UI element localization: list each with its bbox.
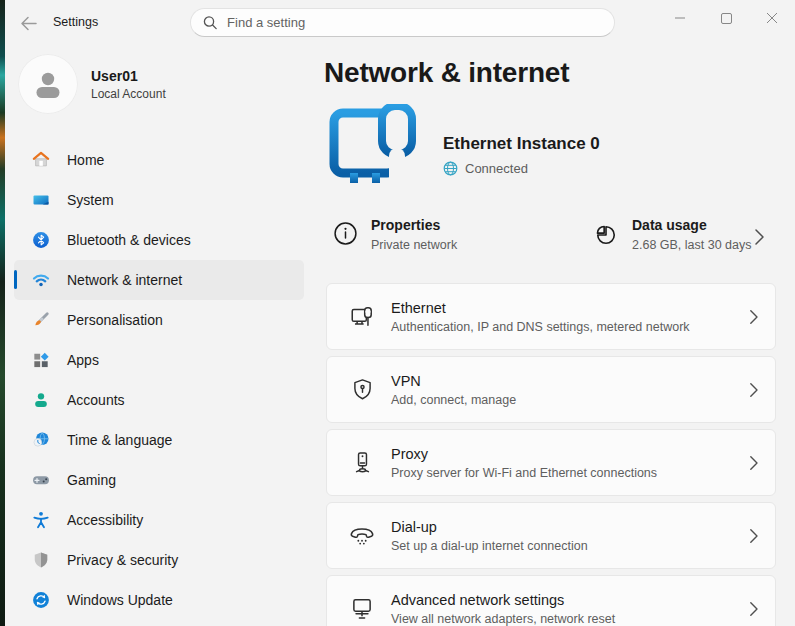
- close-button[interactable]: [749, 0, 795, 36]
- sidebar-item-time-language[interactable]: Time & language: [14, 420, 304, 460]
- card-subtitle: View all network adapters, network reset: [391, 612, 615, 626]
- apps-icon: [31, 350, 51, 370]
- card-proxy[interactable]: Proxy Proxy server for Wi-Fi and Etherne…: [326, 429, 776, 496]
- sidebar-item-label: Accessibility: [67, 512, 143, 528]
- sidebar-item-label: Time & language: [67, 432, 172, 448]
- sidebar-item-privacy[interactable]: Privacy & security: [14, 540, 304, 580]
- sidebar-item-label: Gaming: [67, 472, 116, 488]
- settings-window: Settings: [0, 0, 795, 626]
- sidebar-item-bluetooth[interactable]: Bluetooth & devices: [14, 220, 304, 260]
- globe-clock-icon: [31, 430, 51, 450]
- card-title: VPN: [391, 373, 516, 389]
- avatar: [18, 54, 78, 114]
- maximize-icon: [721, 13, 732, 24]
- chevron-right-icon: [749, 382, 759, 398]
- card-advanced-network[interactable]: Advanced network settings View all netwo…: [326, 575, 776, 626]
- paintbrush-icon: [31, 310, 51, 330]
- system-icon: [31, 190, 51, 210]
- back-arrow-icon: [20, 16, 37, 31]
- data-usage-subtitle: 2.68 GB, last 30 days: [632, 238, 752, 252]
- person-icon: [31, 67, 65, 101]
- window-controls: [657, 0, 795, 40]
- user-account-type: Local Account: [91, 87, 166, 101]
- sidebar-item-label: Bluetooth & devices: [67, 232, 191, 248]
- chevron-right-icon: [749, 309, 759, 325]
- connection-status: Connected: [443, 161, 528, 176]
- maximize-button[interactable]: [703, 0, 749, 36]
- status-text: Connected: [465, 161, 528, 176]
- sidebar-item-system[interactable]: System: [14, 180, 304, 220]
- card-subtitle: Authentication, IP and DNS settings, met…: [391, 320, 690, 334]
- chevron-right-icon: [749, 528, 759, 544]
- main-content: Network & internet Ethernet Instance 0: [310, 48, 795, 626]
- close-icon: [766, 12, 778, 24]
- vpn-shield-icon: [349, 377, 375, 403]
- titlebar: Settings: [5, 0, 795, 48]
- sidebar-item-label: Windows Update: [67, 592, 173, 608]
- accounts-icon: [31, 390, 51, 410]
- card-vpn[interactable]: VPN Add, connect, manage: [326, 356, 776, 423]
- properties-tile[interactable]: Properties Private network: [333, 217, 457, 252]
- sidebar-item-network[interactable]: Network & internet: [14, 260, 304, 300]
- connected-globe-icon: [443, 161, 458, 176]
- chevron-right-icon: [749, 601, 759, 617]
- back-button[interactable]: [14, 10, 42, 36]
- minimize-icon: [674, 12, 686, 24]
- card-subtitle: Proxy server for Wi-Fi and Ethernet conn…: [391, 466, 657, 480]
- wifi-icon: [31, 270, 51, 290]
- data-usage-tile[interactable]: Data usage 2.68 GB, last 30 days: [593, 217, 752, 252]
- sidebar-item-accessibility[interactable]: Accessibility: [14, 500, 304, 540]
- sidebar-item-label: System: [67, 192, 114, 208]
- search-icon: [203, 15, 217, 30]
- search-box[interactable]: [190, 8, 615, 37]
- connection-name: Ethernet Instance 0: [443, 134, 600, 154]
- sidebar-item-label: Accounts: [67, 392, 125, 408]
- pie-chart-icon: [593, 222, 619, 248]
- card-title: Ethernet: [391, 300, 690, 316]
- sidebar-item-windows-update[interactable]: Windows Update: [14, 580, 304, 620]
- shield-icon: [31, 550, 51, 570]
- settings-card-list: Ethernet Authentication, IP and DNS sett…: [326, 283, 776, 626]
- sidebar-item-personalisation[interactable]: Personalisation: [14, 300, 304, 340]
- ethernet-hero-icon: [327, 104, 421, 208]
- info-icon: [333, 221, 358, 246]
- data-usage-title: Data usage: [632, 217, 752, 233]
- search-input[interactable]: [227, 15, 602, 30]
- sidebar-item-apps[interactable]: Apps: [14, 340, 304, 380]
- sidebar-item-label: Home: [67, 152, 104, 168]
- page-title: Network & internet: [324, 57, 569, 89]
- card-title: Advanced network settings: [391, 592, 615, 608]
- card-subtitle: Set up a dial-up internet connection: [391, 539, 588, 553]
- network-adapter-icon: [349, 596, 375, 622]
- sidebar-nav: Home System: [14, 140, 304, 620]
- bluetooth-icon: [31, 230, 51, 250]
- sidebar: User01 Local Account Home: [5, 48, 310, 626]
- sidebar-item-label: Personalisation: [67, 312, 163, 328]
- sidebar-item-label: Network & internet: [67, 272, 182, 288]
- minimize-button[interactable]: [657, 0, 703, 36]
- sidebar-item-accounts[interactable]: Accounts: [14, 380, 304, 420]
- user-account-item[interactable]: User01 Local Account: [18, 52, 298, 116]
- data-usage-chevron-icon[interactable]: [754, 228, 765, 246]
- window-title: Settings: [53, 15, 98, 29]
- proxy-server-icon: [349, 450, 375, 476]
- ethernet-icon: [349, 304, 375, 330]
- sidebar-item-label: Apps: [67, 352, 99, 368]
- properties-title: Properties: [371, 217, 457, 233]
- sidebar-item-label: Privacy & security: [67, 552, 178, 568]
- dialup-phone-icon: [349, 523, 375, 549]
- home-icon: [31, 150, 51, 170]
- card-title: Proxy: [391, 446, 657, 462]
- update-icon: [31, 590, 51, 610]
- card-ethernet[interactable]: Ethernet Authentication, IP and DNS sett…: [326, 283, 776, 350]
- card-dialup[interactable]: Dial-up Set up a dial-up internet connec…: [326, 502, 776, 569]
- sidebar-item-home[interactable]: Home: [14, 140, 304, 180]
- accessibility-icon: [31, 510, 51, 530]
- properties-subtitle: Private network: [371, 238, 457, 252]
- chevron-right-icon: [749, 455, 759, 471]
- card-title: Dial-up: [391, 519, 588, 535]
- card-subtitle: Add, connect, manage: [391, 393, 516, 407]
- gamepad-icon: [31, 470, 51, 490]
- user-name: User01: [91, 68, 166, 84]
- sidebar-item-gaming[interactable]: Gaming: [14, 460, 304, 500]
